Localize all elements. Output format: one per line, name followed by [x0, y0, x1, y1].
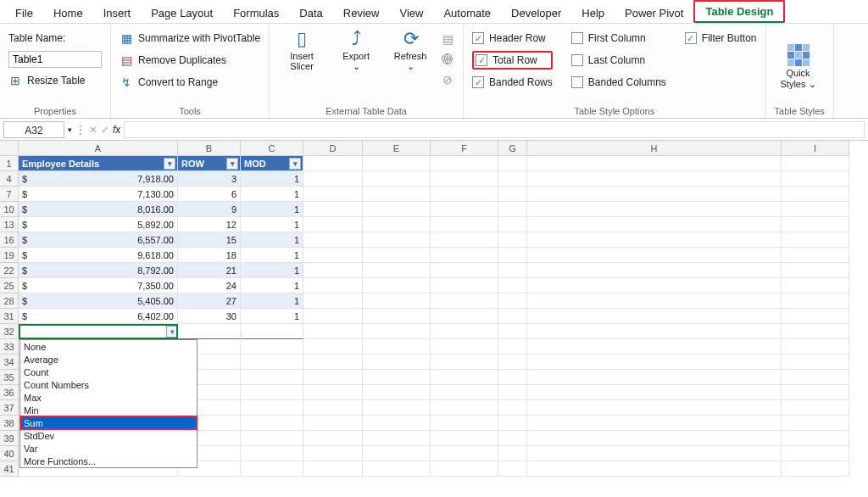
chk-filter-button[interactable]: Filter Button: [685, 29, 757, 47]
cell[interactable]: [782, 355, 849, 370]
cell[interactable]: [431, 232, 498, 248]
cell[interactable]: [431, 171, 498, 187]
cell[interactable]: [431, 461, 498, 477]
cell[interactable]: [303, 370, 363, 385]
col-header-G[interactable]: G: [498, 141, 527, 156]
cell-mod[interactable]: 1: [241, 278, 303, 293]
func-option-average[interactable]: Average: [20, 353, 197, 366]
cell[interactable]: [527, 278, 782, 293]
cell[interactable]: [782, 156, 849, 171]
cell-mod[interactable]: 1: [241, 263, 303, 278]
cell[interactable]: [303, 339, 363, 355]
tab-view[interactable]: View: [389, 3, 433, 23]
cell[interactable]: [241, 400, 303, 416]
cell[interactable]: [241, 431, 303, 446]
convert-range-button[interactable]: ↯ Convert to Range: [120, 73, 260, 92]
cell-row[interactable]: 27: [178, 293, 241, 309]
col-header-E[interactable]: E: [363, 141, 431, 156]
tab-formulas[interactable]: Formulas: [223, 3, 289, 23]
cell[interactable]: [498, 202, 527, 217]
tab-power-pivot[interactable]: Power Pivot: [615, 3, 693, 23]
tab-table-design[interactable]: Table Design: [693, 0, 785, 23]
row-header[interactable]: 36: [0, 385, 19, 400]
cell[interactable]: [498, 278, 527, 293]
cell[interactable]: [431, 202, 498, 217]
cell-employee[interactable]: $8,792.00: [19, 263, 178, 278]
chk-banded-rows[interactable]: Banded Rows: [472, 73, 553, 92]
cell[interactable]: [527, 248, 782, 263]
cell[interactable]: [363, 156, 431, 171]
cell[interactable]: [431, 187, 498, 202]
col-header-B[interactable]: B: [178, 141, 241, 156]
cell[interactable]: [303, 232, 363, 248]
cell-mod[interactable]: 1: [241, 293, 303, 309]
cell[interactable]: [303, 309, 363, 324]
func-option-stddev[interactable]: StdDev: [20, 429, 197, 442]
cell-employee[interactable]: $6,557.00: [19, 232, 178, 248]
filter-dropdown-icon[interactable]: ▾: [226, 158, 238, 170]
cell[interactable]: [527, 156, 782, 171]
cell[interactable]: [303, 324, 363, 339]
cell[interactable]: [527, 385, 782, 400]
export-button[interactable]: ⤴ Export⌄: [332, 29, 380, 71]
cell[interactable]: [498, 232, 527, 248]
tab-file[interactable]: File: [5, 3, 43, 23]
filter-applied-icon[interactable]: ▾: [289, 158, 301, 170]
cell[interactable]: [527, 355, 782, 370]
totals-cell-c[interactable]: [241, 324, 303, 339]
formula-input[interactable]: [124, 121, 865, 138]
cell[interactable]: [782, 187, 849, 202]
table-header-mod[interactable]: MOD▾: [241, 156, 303, 171]
cell[interactable]: [527, 400, 782, 416]
chk-banded-columns[interactable]: Banded Columns: [571, 73, 666, 92]
select-all-corner[interactable]: [0, 141, 19, 156]
cell-employee[interactable]: $7,130.00: [19, 187, 178, 202]
cell[interactable]: [527, 202, 782, 217]
cell[interactable]: [782, 202, 849, 217]
cell[interactable]: [782, 431, 849, 446]
cell[interactable]: [363, 385, 431, 400]
cell[interactable]: [527, 339, 782, 355]
cell-mod[interactable]: 1: [241, 248, 303, 263]
func-option-count-numbers[interactable]: Count Numbers: [20, 378, 197, 391]
col-header-F[interactable]: F: [431, 141, 498, 156]
refresh-button[interactable]: ⟳ Refresh⌄: [387, 29, 434, 71]
cell[interactable]: [363, 400, 431, 416]
cell[interactable]: [363, 187, 431, 202]
cell[interactable]: [303, 293, 363, 309]
cell[interactable]: [241, 416, 303, 431]
cell[interactable]: [431, 309, 498, 324]
table-header-row[interactable]: ROW▾: [178, 156, 241, 171]
row-header[interactable]: 37: [0, 400, 19, 416]
cell[interactable]: [241, 446, 303, 461]
cell[interactable]: [431, 263, 498, 278]
cell[interactable]: [498, 263, 527, 278]
cell[interactable]: [782, 309, 849, 324]
table-name-input[interactable]: [8, 51, 102, 68]
cell[interactable]: [498, 217, 527, 232]
func-option-sum[interactable]: Sum: [20, 416, 197, 429]
cell-mod[interactable]: 1: [241, 309, 303, 324]
cell[interactable]: [363, 355, 431, 370]
cell[interactable]: [527, 293, 782, 309]
cell[interactable]: [782, 461, 849, 477]
row-header[interactable]: 10: [0, 202, 19, 217]
cell[interactable]: [303, 400, 363, 416]
cell[interactable]: [303, 416, 363, 431]
row-header[interactable]: 39: [0, 431, 19, 446]
row-header[interactable]: 16: [0, 232, 19, 248]
cell[interactable]: [527, 461, 782, 477]
func-option-max[interactable]: Max: [20, 391, 197, 404]
cell-mod[interactable]: 1: [241, 171, 303, 187]
func-option-var[interactable]: Var: [20, 442, 197, 455]
row-header[interactable]: 40: [0, 446, 19, 461]
cancel-formula-icon[interactable]: ✕: [89, 124, 97, 136]
cell[interactable]: [782, 293, 849, 309]
cell[interactable]: [303, 355, 363, 370]
row-header[interactable]: 34: [0, 355, 19, 370]
cell[interactable]: [431, 217, 498, 232]
cell-employee[interactable]: $5,892.00: [19, 217, 178, 232]
tab-data[interactable]: Data: [289, 3, 332, 23]
cell[interactable]: [241, 385, 303, 400]
table-header-employee[interactable]: Employee Details▾: [19, 156, 178, 171]
